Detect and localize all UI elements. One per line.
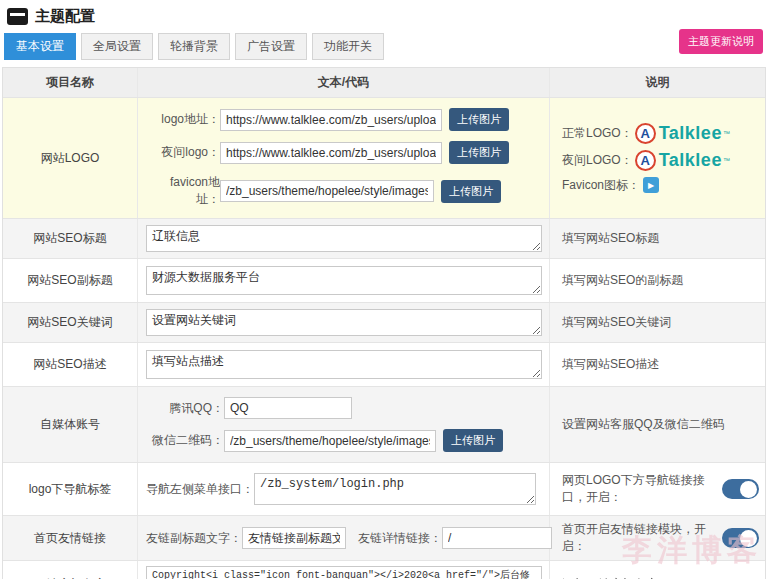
row-desc: 设置网站客服QQ及微信二维码	[550, 387, 765, 462]
friend-detail-input[interactable]	[442, 527, 552, 549]
row-desc: 添加网站底部文字	[550, 561, 765, 579]
night-logo-label: 夜间LOGO：	[562, 152, 633, 169]
page-title: 主题配置	[35, 7, 95, 26]
tab-feature-switch[interactable]: 功能开关	[312, 33, 384, 60]
row-desc: 填写网站SEO标题	[550, 219, 765, 258]
night-logo-label: 夜间logo：	[146, 144, 220, 161]
upload-image-button[interactable]: 上传图片	[441, 180, 501, 203]
theme-config-page: 主题配置 基本设置 全局设置 轮播背景 广告设置 功能开关 主题更新说明 项目名…	[0, 0, 768, 579]
tab-global-settings[interactable]: 全局设置	[81, 33, 153, 60]
friend-subtitle-label: 友链副标题文字：	[146, 530, 242, 547]
favicon-preview-label: Favicon图标：	[562, 177, 640, 194]
table-header-row: 项目名称 文本/代码 说明	[3, 68, 765, 98]
night-logo-input[interactable]	[220, 142, 442, 164]
table-row-nav-tag: logo下导航标签 导航左侧菜单接口： /zb_system/login.php…	[3, 463, 765, 516]
logo-url-input[interactable]	[220, 109, 442, 131]
logo-url-label: logo地址：	[146, 111, 220, 128]
wechat-qr-input[interactable]	[224, 430, 436, 452]
row-logo-preview: 正常LOGO： A Talklee ™ 夜间LOGO： A Talklee ™	[550, 98, 765, 218]
talklee-logo: A Talklee ™	[635, 150, 730, 171]
field-qq: 腾讯QQ：	[146, 397, 541, 419]
friend-detail-label: 友链详情链接：	[358, 530, 442, 547]
upload-image-button[interactable]: 上传图片	[449, 108, 509, 131]
qq-label: 腾讯QQ：	[146, 400, 224, 417]
row-label: 网站SEO描述	[3, 343, 138, 386]
tab-ad-settings[interactable]: 广告设置	[235, 33, 307, 60]
row-label: 网站LOGO	[3, 98, 138, 218]
col-header-desc: 说明	[550, 68, 765, 97]
row-label: logo下导航标签	[3, 463, 138, 515]
table-row-logo: 网站LOGO logo地址： 上传图片 夜间logo： 上传图片 favicon…	[3, 98, 765, 219]
row-desc: 首页开启友情链接模块，开启：	[562, 521, 719, 555]
upload-image-button[interactable]: 上传图片	[443, 429, 503, 452]
table-row-media-account: 自媒体账号 腾讯QQ： 微信二维码： 上传图片 设置网站客服QQ及微信二维码	[3, 387, 765, 463]
favicon-icon: ▶	[643, 177, 659, 193]
page-header: 主题配置	[0, 0, 768, 29]
tab-bar: 基本设置 全局设置 轮播背景 广告设置 功能开关	[0, 29, 768, 67]
theme-update-notes-button[interactable]: 主题更新说明	[679, 29, 763, 54]
row-desc: 填写网站SEO描述	[550, 343, 765, 386]
upload-image-button[interactable]: 上传图片	[449, 141, 509, 164]
nav-api-textarea[interactable]: /zb_system/login.php	[254, 473, 536, 505]
table-row-seo-subtitle: 网站SEO副标题 财源大数据服务平台 填写网站SEO的副标题	[3, 259, 765, 303]
field-favicon-url: favicon地址： 上传图片	[146, 174, 541, 208]
config-table: 项目名称 文本/代码 说明 网站LOGO logo地址： 上传图片 夜间logo…	[2, 67, 766, 579]
field-nav-api: 导航左侧菜单接口： /zb_system/login.php	[146, 473, 541, 505]
talklee-logo: A Talklee ™	[635, 123, 730, 144]
table-row-seo-keywords: 网站SEO关键词 设置网站关键词 填写网站SEO关键词	[3, 303, 765, 343]
seo-keywords-textarea[interactable]: 设置网站关键词	[146, 309, 542, 336]
row-label: 首页友情链接	[3, 516, 138, 560]
favicon-input[interactable]	[220, 180, 434, 202]
talklee-logo-icon: A	[635, 150, 656, 171]
row-label: 网站SEO副标题	[3, 259, 138, 302]
row-label: 网站SEO关键词	[3, 303, 138, 342]
field-wechat-qr: 微信二维码： 上传图片	[146, 429, 541, 452]
normal-logo-preview: 正常LOGO： A Talklee ™	[562, 123, 730, 144]
normal-logo-label: 正常LOGO：	[562, 125, 633, 142]
col-header-code: 文本/代码	[138, 68, 550, 97]
field-night-logo-url: 夜间logo： 上传图片	[146, 141, 541, 164]
table-row-footer-text: 网站底部文字 Copyright<i class="icon font-banq…	[3, 561, 765, 579]
row-label: 网站SEO标题	[3, 219, 138, 258]
favicon-preview: Favicon图标： ▶	[562, 177, 730, 194]
seo-subtitle-textarea[interactable]: 财源大数据服务平台	[146, 266, 542, 295]
tab-basic-settings[interactable]: 基本设置	[4, 33, 76, 60]
row-desc: 填写网站SEO关键词	[550, 303, 765, 342]
row-label: 自媒体账号	[3, 387, 138, 462]
qq-input[interactable]	[224, 397, 352, 419]
talklee-logo-icon: A	[635, 123, 656, 144]
field-friend-links: 友链副标题文字： 友链详情链接：	[146, 527, 541, 549]
seo-desc-textarea[interactable]: 填写站点描述	[146, 350, 542, 379]
night-logo-preview: 夜间LOGO： A Talklee ™	[562, 150, 730, 171]
nav-api-label: 导航左侧菜单接口：	[146, 481, 254, 498]
seo-title-textarea[interactable]: 辽联信息	[146, 225, 542, 252]
nav-link-toggle[interactable]	[722, 479, 759, 499]
row-desc: 网页LOGO下方导航链接接口，开启：	[562, 472, 719, 506]
col-header-name: 项目名称	[3, 68, 138, 97]
field-logo-url: logo地址： 上传图片	[146, 108, 541, 131]
table-row-seo-desc: 网站SEO描述 填写站点描述 填写网站SEO描述	[3, 343, 765, 387]
footer-code-textarea[interactable]: Copyright<i class="icon font-banquan"></…	[146, 566, 542, 579]
table-row-friend-links: 首页友情链接 友链副标题文字： 友链详情链接： 首页开启友情链接模块，开启：	[3, 516, 765, 561]
row-label: 网站底部文字	[3, 561, 138, 579]
friend-links-toggle[interactable]	[722, 528, 759, 548]
row-desc: 填写网站SEO的副标题	[550, 259, 765, 302]
table-row-seo-title: 网站SEO标题 辽联信息 填写网站SEO标题	[3, 219, 765, 259]
favicon-url-label: favicon地址：	[146, 174, 220, 208]
wechat-qr-label: 微信二维码：	[146, 432, 224, 449]
friend-subtitle-input[interactable]	[242, 527, 346, 549]
row-logo-fields: logo地址： 上传图片 夜间logo： 上传图片 favicon地址： 上传图…	[138, 98, 550, 218]
tab-carousel-bg[interactable]: 轮播背景	[158, 33, 230, 60]
window-icon	[7, 8, 28, 25]
